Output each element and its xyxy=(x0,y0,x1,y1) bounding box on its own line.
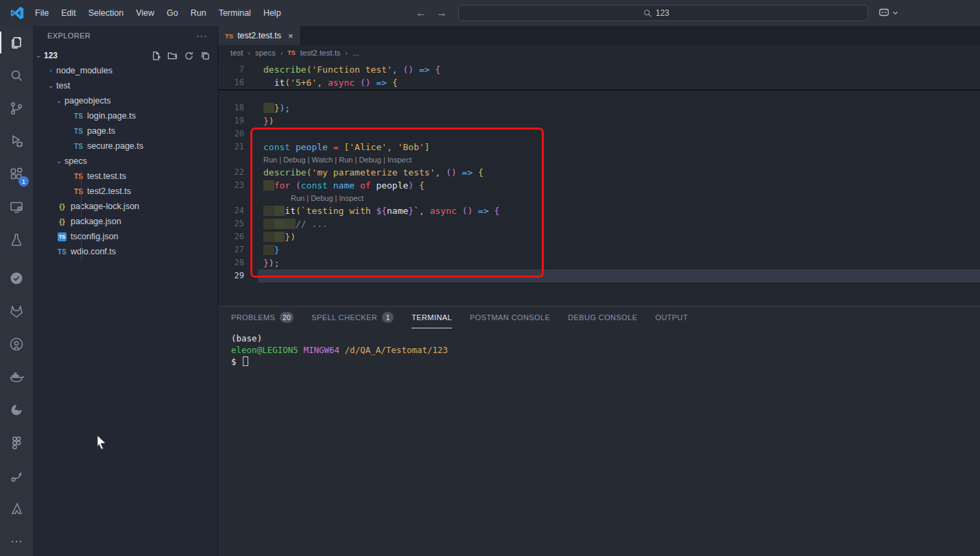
tab-label: test2.test.ts xyxy=(237,31,281,40)
panel-tab-problems[interactable]: PROBLEMS20 xyxy=(231,306,294,328)
activity-testing-beaker-icon[interactable] xyxy=(0,223,33,256)
ts-file-icon: TS xyxy=(73,143,84,150)
tree-item-login-page-ts[interactable]: TSlogin.page.ts xyxy=(33,108,217,123)
line-number: 29 xyxy=(218,269,254,282)
menu-edit[interactable]: Edit xyxy=(55,5,82,21)
new-folder-icon[interactable] xyxy=(167,51,178,61)
ts-file-icon: TS xyxy=(73,112,84,120)
tree-item-label: package.json xyxy=(71,217,121,226)
tree-indent-guide xyxy=(81,171,82,217)
file-tree: ›node_modules⌄test⌄pageobjectsTSlogin.pa… xyxy=(33,63,217,259)
title-bar: FileEditSelectionViewGoRunTerminalHelp ←… xyxy=(0,0,980,26)
activity-github-icon[interactable] xyxy=(0,328,33,361)
activity-remote-explorer-icon[interactable] xyxy=(0,191,33,223)
menu-go[interactable]: Go xyxy=(160,5,184,21)
tree-item-label: test xyxy=(56,81,70,90)
tree-item-secure-page-ts[interactable]: TSsecure.page.ts xyxy=(33,138,217,154)
project-root-row[interactable]: ⌄ 123 xyxy=(33,48,217,63)
tree-item-page-ts[interactable]: TSpage.ts xyxy=(33,123,217,138)
tree-item-pageobjects[interactable]: ⌄pageobjects xyxy=(33,93,217,108)
collapse-all-icon[interactable] xyxy=(200,51,211,61)
tree-item-specs[interactable]: ⌄specs xyxy=(33,154,217,169)
tree-item-test2-test-ts[interactable]: TStest2.test.ts xyxy=(33,184,217,199)
activity-azure-icon[interactable] xyxy=(0,492,33,525)
line-number: 27 xyxy=(218,243,254,256)
tree-item-label: login.page.ts xyxy=(87,111,136,121)
ts-file-icon: TS xyxy=(56,248,68,256)
activity-search-icon[interactable] xyxy=(0,59,33,92)
chevron-down-icon: ⌄ xyxy=(33,52,44,59)
activity-live-share-icon[interactable] xyxy=(0,459,33,492)
breadcrumb-item[interactable]: ... xyxy=(352,49,359,57)
terminal-output[interactable]: (base)eleon@LEGION5 MINGW64 /d/QA_A/Test… xyxy=(231,333,448,367)
activity-pie-logo-icon[interactable] xyxy=(0,394,33,426)
activity-run-and-debug-icon[interactable] xyxy=(0,125,33,158)
tree-item-package-lock-json[interactable]: {}package-lock.json xyxy=(33,199,217,214)
activity-explorer-icon[interactable] xyxy=(0,26,33,59)
tab-test2-test-ts[interactable]: TS test2.test.ts × xyxy=(218,26,301,45)
nav-back-icon[interactable]: ← xyxy=(416,7,427,19)
menu-run[interactable]: Run xyxy=(184,5,213,21)
tree-item-wdio-conf-ts[interactable]: TSwdio.conf.ts xyxy=(33,244,217,259)
breadcrumb-item[interactable]: specs xyxy=(255,49,276,57)
mouse-cursor xyxy=(95,435,110,451)
tree-indent-guide xyxy=(81,232,82,262)
menu-view[interactable]: View xyxy=(130,5,160,21)
menu-help[interactable]: Help xyxy=(257,5,287,21)
copilot-menu[interactable] xyxy=(878,6,898,19)
panel-tab-terminal[interactable]: TERMINAL xyxy=(411,306,452,328)
chevron-icon: ⌄ xyxy=(53,158,64,165)
search-input[interactable] xyxy=(656,8,683,18)
tree-item-test[interactable]: ⌄test xyxy=(33,78,217,93)
explorer-more-button[interactable]: ··· xyxy=(196,30,208,41)
activity-extensions-icon[interactable]: 1 xyxy=(0,158,33,191)
typescript-file-icon: TS xyxy=(225,32,233,40)
new-file-icon[interactable] xyxy=(151,51,161,61)
close-icon[interactable]: × xyxy=(288,31,294,41)
terminal-line: $ xyxy=(231,356,448,367)
terminal-line: eleon@LEGION5 MINGW64 /d/QA_A/Testomat/1… xyxy=(231,344,448,356)
panel-tab-output[interactable]: OUTPUT xyxy=(655,306,688,328)
ts-test-file-icon: TS xyxy=(73,188,84,195)
menu-selection[interactable]: Selection xyxy=(82,5,130,21)
vscode-window: FileEditSelectionViewGoRunTerminalHelp ←… xyxy=(0,0,980,556)
activity-docker-icon[interactable] xyxy=(0,361,33,394)
line-number: 24 xyxy=(218,204,254,217)
activity-figma-icon[interactable] xyxy=(0,426,33,459)
tree-item-package-json[interactable]: {}package.json xyxy=(33,214,217,229)
chevron-icon: ⌄ xyxy=(45,82,56,89)
panel-tab-debug-console[interactable]: DEBUG CONSOLE xyxy=(568,306,637,328)
json-file-icon: {} xyxy=(56,202,68,210)
tree-item-label: wdio.conf.ts xyxy=(71,247,116,256)
activity-bar: 1 xyxy=(0,26,33,556)
breadcrumb-item[interactable]: test xyxy=(230,49,243,57)
breadcrumb: test›specs›TStest2.test.ts›... xyxy=(218,45,980,60)
panel-tab-spell-checker[interactable]: SPELL CHECKER1 xyxy=(311,306,394,328)
activity-check-circle-icon[interactable] xyxy=(0,262,33,295)
line-number: 25 xyxy=(218,217,254,230)
tree-item-test-test-ts[interactable]: TStest.test.ts xyxy=(33,169,217,184)
tree-item-node-modules[interactable]: ›node_modules xyxy=(33,63,217,78)
command-center-search[interactable] xyxy=(458,5,868,21)
panel-tab-label: POSTMAN CONSOLE xyxy=(470,313,550,322)
menu-file[interactable]: File xyxy=(29,5,55,21)
annotation-box xyxy=(250,128,544,278)
editor-group: TS test2.test.ts × test›specs›TStest2.te… xyxy=(218,26,980,306)
tree-item-label: test2.test.ts xyxy=(87,186,131,196)
typescript-file-icon: TS xyxy=(287,49,296,56)
tree-item-tsconfig-json[interactable]: TStsconfig.json xyxy=(33,229,217,244)
activity-more-ellipsis-icon[interactable] xyxy=(0,525,33,556)
nav-forward-icon[interactable]: → xyxy=(436,7,447,19)
copilot-icon xyxy=(878,6,890,19)
breadcrumb-item[interactable]: test2.test.ts xyxy=(300,49,341,57)
tree-item-label: tsconfig.json xyxy=(71,232,118,241)
line-number: 28 xyxy=(218,256,254,269)
extensions-badge: 1 xyxy=(19,176,29,186)
activity-gitlab-icon[interactable] xyxy=(0,295,33,328)
activity-source-control-icon[interactable] xyxy=(0,92,33,125)
breadcrumb-separator: › xyxy=(280,49,283,57)
refresh-icon[interactable] xyxy=(184,51,194,61)
panel-tab-postman-console[interactable]: POSTMAN CONSOLE xyxy=(470,306,550,328)
menu-terminal[interactable]: Terminal xyxy=(213,5,257,21)
search-icon xyxy=(643,9,652,18)
